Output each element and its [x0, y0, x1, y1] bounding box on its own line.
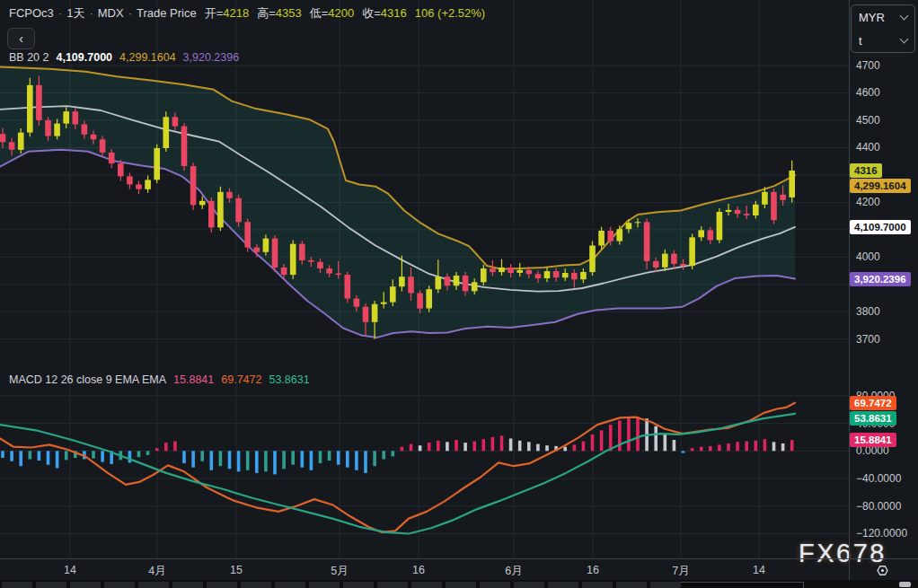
bb-middle-value: 4,109.7000 [56, 51, 112, 64]
change-value: 106 (+2.52%) [415, 6, 485, 20]
cropped-bar-segment [377, 582, 408, 588]
cropped-bottom-bar [0, 580, 918, 588]
time-tick-label: 6月 [505, 564, 522, 579]
bb-indicator-label[interactable]: BB 20 2 [9, 51, 49, 64]
axis-tick-label: 3700 [856, 333, 880, 346]
axis-tick-label: 4000 [856, 250, 880, 263]
time-tick-label: 16 [587, 564, 599, 576]
cropped-bar-segment [138, 582, 169, 588]
macd-line-badge: 69.7472 [850, 396, 896, 410]
time-tick-label: 16 [412, 564, 425, 576]
chart-svg [0, 0, 849, 558]
price-axis-border [849, 0, 850, 580]
time-tick-label: 7月 [672, 564, 689, 579]
unit-select[interactable]: t [852, 29, 914, 52]
unit-value: t [859, 34, 862, 48]
cropped-bar-segment [548, 582, 578, 588]
axis-tick-label: 4200 [856, 196, 880, 208]
cropped-bar-segment [241, 582, 271, 588]
cropped-bar-segment [411, 582, 442, 588]
axis-tick-label: 4400 [856, 141, 880, 154]
exchange-name: MDX [98, 6, 124, 20]
cropped-bar-segment [70, 582, 101, 588]
close-label: 收= [362, 6, 381, 20]
bb-lower-badge: 3,920.2396 [850, 272, 911, 286]
cropped-bar-segment [275, 582, 305, 588]
cropped-bar-segment [480, 582, 510, 588]
timeframe[interactable]: 1天 [66, 6, 84, 20]
cropped-bar-segment [582, 582, 613, 588]
close-value: 4316 [381, 6, 407, 20]
low-label: 低= [310, 6, 329, 20]
cropped-bar-segment [343, 582, 374, 588]
hexagon-logo-icon [875, 563, 890, 578]
cropped-bar-segment [616, 582, 647, 588]
macd-histogram-layer [1, 417, 793, 474]
cropped-bar-segment [104, 582, 135, 588]
time-axis-border [0, 558, 918, 559]
bb-lower-value: 3,920.2396 [183, 51, 240, 64]
time-tick-label: 4月 [148, 564, 165, 579]
axis-tick-label: −80.0000 [856, 500, 901, 513]
bb-middle-badge: 4,109.7000 [850, 220, 911, 234]
open-label: 开= [205, 6, 224, 20]
bb-upper-badge: 4,299.1604 [850, 179, 911, 193]
symbol-name[interactable]: FCPOc3 [9, 6, 54, 20]
time-tick-label: 15 [230, 564, 243, 576]
high-label: 高= [257, 6, 276, 20]
macd-signal-value: 53.8631 [269, 373, 309, 386]
cropped-bar-segment [650, 582, 681, 588]
axis-tick-label: −40.0000 [856, 472, 901, 485]
cropped-bar-segment [172, 582, 203, 588]
chevron-down-icon [900, 12, 909, 21]
axis-tick-label: 3800 [856, 305, 880, 318]
time-tick-label: 5月 [331, 564, 348, 579]
cropped-bar-segment [514, 582, 544, 588]
currency-value: MYR [859, 11, 885, 24]
low-value: 4200 [328, 6, 354, 20]
trading-chart-app: FCPOc3·1天·MDX·Trade Price开=4218高=4353低=4… [0, 0, 918, 588]
currency-unit-selector: MYR t [851, 4, 915, 53]
cropped-bar-segment [309, 582, 340, 588]
chevron-left-icon: ‹ [19, 31, 23, 46]
time-tick-label: 14 [64, 564, 76, 576]
axis-tick-label: 4600 [856, 86, 880, 99]
open-value: 4218 [223, 6, 249, 20]
separator: · [128, 6, 132, 20]
macd-hist-badge: 15.8841 [850, 433, 896, 447]
price-source: Trade Price [137, 6, 197, 20]
cropped-bottom-icon [899, 582, 911, 587]
cropped-bar-segment [207, 582, 237, 588]
symbol-info-bar: FCPOc3·1天·MDX·Trade Price开=4218高=4353低=4… [9, 5, 485, 22]
separator: · [58, 6, 62, 20]
cropped-bottom-box [678, 582, 804, 588]
macd-signal-badge: 53.8631 [850, 411, 896, 426]
main-chart-canvas[interactable] [0, 0, 849, 558]
last-price-badge: 4316 [850, 163, 882, 178]
bb-upper-value: 4,299.1604 [119, 51, 176, 64]
separator: · [89, 6, 93, 20]
time-axis[interactable]: 144月155月166月167月14 [0, 559, 918, 580]
time-tick-label: 14 [753, 564, 765, 576]
macd-indicator-row: MACD 12 26 close 9 EMA EMA15.884169.7472… [9, 373, 317, 386]
cropped-bar-segment [446, 582, 476, 588]
macd-hist-value: 15.8841 [173, 373, 214, 386]
fx678-watermark: FX678 [799, 539, 887, 568]
axis-tick-label: 4700 [856, 59, 880, 72]
price-axis[interactable]: 4700460045004400420040003800370080.00004… [850, 0, 918, 558]
bb-indicator-row: BB 20 24,109.70004,299.16043,920.2396 [9, 51, 246, 64]
high-value: 4353 [276, 6, 302, 20]
cropped-bar-segment [2, 582, 32, 588]
back-button[interactable]: ‹ [7, 28, 35, 49]
chevron-down-icon [900, 35, 909, 44]
axis-tick-label: 4500 [856, 114, 880, 127]
currency-select[interactable]: MYR [852, 5, 914, 29]
macd-line-value: 69.7472 [221, 373, 261, 386]
cropped-bar-segment [36, 582, 66, 588]
macd-indicator-label[interactable]: MACD 12 26 close 9 EMA EMA [9, 373, 166, 386]
